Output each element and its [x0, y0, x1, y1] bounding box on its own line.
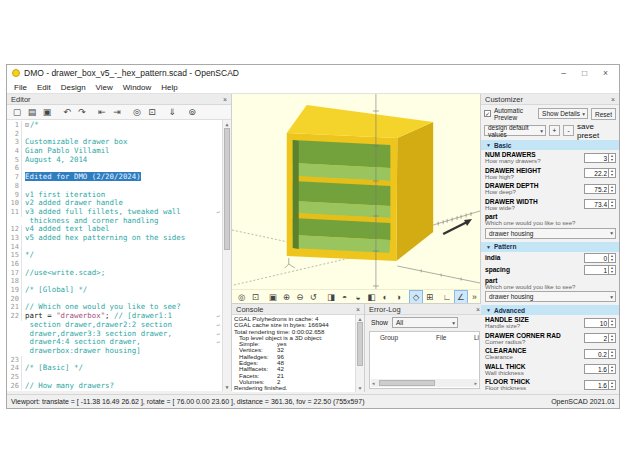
new-file-icon[interactable]: ▢	[11, 106, 23, 118]
code-editor[interactable]: 1⊟/*23Customizable drawer box4Gian Pablo…	[7, 120, 231, 391]
param-num-drawers-input[interactable]: 3▴▾	[584, 153, 616, 163]
spin-down-icon[interactable]: ▾	[609, 338, 615, 342]
preview-icon[interactable]: ◎	[236, 291, 248, 303]
view-left-icon[interactable]: ◧	[366, 291, 378, 303]
spin-buttons[interactable]: ▴▾	[608, 381, 615, 389]
scroll-right-icon[interactable]: ▸	[475, 380, 478, 386]
preview-icon[interactable]: ◎	[131, 106, 143, 118]
indent-icon[interactable]: ⇥	[111, 106, 123, 118]
template-icon[interactable]: ⊚	[186, 106, 198, 118]
view-back-icon[interactable]: ◑	[393, 291, 405, 303]
render-icon[interactable]: ⊡	[146, 106, 158, 118]
param-drawer-height-input[interactable]: 22.2▴▾	[584, 168, 616, 178]
param-floor-thick-input[interactable]: 1.6▴▾	[584, 380, 616, 390]
spin-down-icon[interactable]: ▾	[609, 323, 615, 327]
undo-icon[interactable]: ↶	[61, 106, 73, 118]
spin-down-icon[interactable]: ▾	[609, 354, 615, 358]
menu-file[interactable]: File	[14, 83, 27, 92]
save-file-icon[interactable]: ▣	[41, 106, 53, 118]
show-scale-markers-icon[interactable]: ∠	[455, 291, 467, 303]
spin-down-icon[interactable]: ▾	[609, 158, 615, 162]
toolbar-overflow-icon[interactable]: »	[469, 291, 481, 303]
section-header-pattern[interactable]: ▼Pattern	[481, 242, 619, 252]
scroll-left-icon[interactable]: ◂	[372, 380, 375, 386]
spin-down-icon[interactable]: ▾	[609, 270, 615, 274]
view-bottom-icon[interactable]: ◒	[352, 291, 364, 303]
scrollbar-thumb[interactable]	[357, 322, 363, 366]
spin-buttons[interactable]: ▴▾	[608, 365, 615, 373]
spin-buttons[interactable]: ▴▾	[608, 350, 615, 358]
menu-help[interactable]: Help	[161, 83, 177, 92]
scroll-up-icon[interactable]: ▲	[223, 121, 231, 127]
open-file-icon[interactable]: ▤	[26, 106, 38, 118]
add-preset-button[interactable]: +	[549, 125, 560, 136]
menu-view[interactable]: View	[96, 83, 113, 92]
spin-buttons[interactable]: ▴▾	[608, 169, 615, 177]
view-front-icon[interactable]: ◐	[379, 291, 391, 303]
reset-button[interactable]: Reset	[591, 108, 616, 120]
editor-scrollbar[interactable]: ▲ ▼	[222, 120, 231, 391]
redo-icon[interactable]: ↷	[76, 106, 88, 118]
param-part-select[interactable]: drawer housing▾	[485, 291, 616, 302]
menu-design[interactable]: Design	[61, 83, 86, 92]
spin-buttons[interactable]: ▴▾	[608, 200, 615, 208]
unindent-icon[interactable]: ⇤	[96, 106, 108, 118]
scroll-down-icon[interactable]: ▼	[223, 384, 231, 390]
remove-preset-button[interactable]: -	[563, 125, 574, 136]
scroll-down-icon[interactable]: ▼	[356, 385, 364, 391]
automatic-preview-checkbox[interactable]: ✓	[484, 110, 491, 117]
spin-down-icon[interactable]: ▾	[609, 385, 615, 389]
minimize-button[interactable]: –	[561, 68, 566, 78]
fold-icon[interactable]: ⊟	[25, 121, 29, 129]
spin-buttons[interactable]: ▴▾	[608, 319, 615, 327]
zoom-out-icon[interactable]: ⊖	[294, 291, 306, 303]
param-drawer-depth-input[interactable]: 75.2▴▾	[584, 184, 616, 194]
export-stl-icon[interactable]: ⇓	[166, 106, 178, 118]
menu-window[interactable]: Window	[123, 83, 151, 92]
view-right-icon[interactable]: ◨	[325, 291, 337, 303]
view-all-icon[interactable]: ▣	[267, 291, 279, 303]
render-icon[interactable]: ⊡	[250, 291, 262, 303]
3d-viewport[interactable]	[232, 94, 480, 289]
section-header-advanced[interactable]: ▼Advanced	[481, 305, 619, 315]
zoom-in-icon[interactable]: ⊕	[281, 291, 293, 303]
editor-close-icon[interactable]: ×	[223, 96, 227, 103]
console-close-icon[interactable]: ×	[356, 306, 360, 313]
spin-down-icon[interactable]: ▾	[609, 369, 615, 373]
spin-down-icon[interactable]: ▾	[609, 173, 615, 177]
spin-buttons[interactable]: ▴▾	[608, 334, 615, 342]
section-header-basic[interactable]: ▼Basic	[481, 140, 619, 150]
show-crosshairs-icon[interactable]: ⊞	[424, 291, 436, 303]
error-log-hscrollbar[interactable]: ◂ ▸	[371, 379, 478, 387]
customizer-close-icon[interactable]: ×	[611, 96, 615, 103]
maximize-button[interactable]: □	[582, 68, 587, 78]
error-log-close-icon[interactable]: ×	[476, 306, 480, 313]
param-part-select[interactable]: drawer housing▾	[485, 228, 616, 239]
preset-select[interactable]: design default values ▾	[484, 125, 546, 136]
spin-down-icon[interactable]: ▾	[609, 204, 615, 208]
spin-buttons[interactable]: ▴▾	[608, 185, 615, 193]
param-india-input[interactable]: 0▴▾	[584, 253, 616, 263]
error-filter-select[interactable]: All ▾	[392, 317, 458, 328]
spin-buttons[interactable]: ▴▾	[608, 154, 615, 162]
reset-view-icon[interactable]: ↺	[308, 291, 320, 303]
param-handle-size-input[interactable]: 10▴▾	[584, 318, 616, 328]
close-button[interactable]: ×	[603, 68, 608, 78]
show-details-select[interactable]: Show Details ▾	[538, 108, 588, 119]
console-scrollbar[interactable]: ▲ ▼	[355, 315, 364, 392]
scrollbar-thumb[interactable]	[224, 128, 230, 250]
param-clearance-input[interactable]: 0.2▴▾	[584, 349, 616, 359]
param-drawer-corner-rad-input[interactable]: 2▴▾	[584, 333, 616, 343]
param-drawer-width-input[interactable]: 73.4▴▾	[584, 199, 616, 209]
spin-down-icon[interactable]: ▾	[609, 189, 615, 193]
spin-buttons[interactable]: ▴▾	[608, 254, 615, 262]
spin-buttons[interactable]: ▴▾	[608, 266, 615, 274]
param-spacing-input[interactable]: 1▴▾	[584, 265, 616, 275]
scrollbar-thumb[interactable]	[379, 380, 435, 386]
menu-edit[interactable]: Edit	[37, 83, 51, 92]
view-top-icon[interactable]: ◓	[339, 291, 351, 303]
param-wall-thick-input[interactable]: 1.6▴▾	[584, 364, 616, 374]
spin-down-icon[interactable]: ▾	[609, 258, 615, 262]
save-preset-button[interactable]: save preset	[577, 122, 616, 140]
show-axes-icon[interactable]: ∟	[441, 291, 453, 303]
